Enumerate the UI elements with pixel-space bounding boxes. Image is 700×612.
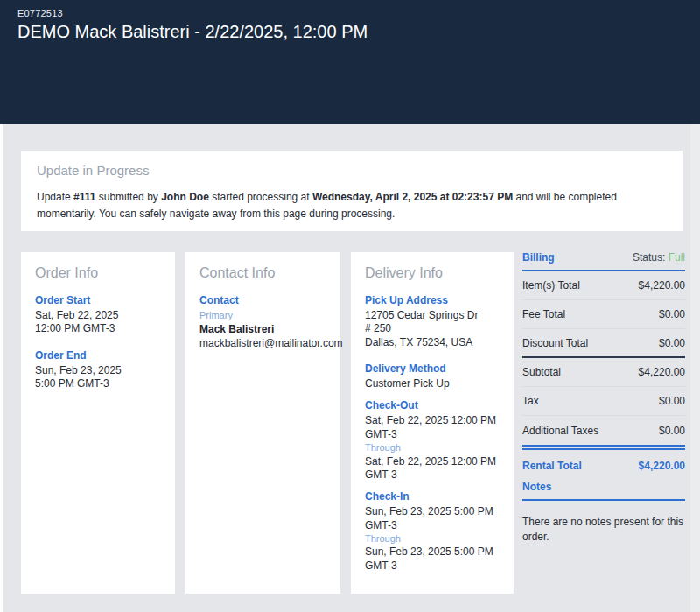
billing-row-fee-total: Fee Total $0.00 <box>522 300 685 329</box>
contact-email: mackbalistreri@mailinator.com <box>200 337 326 350</box>
billing-row-value: $0.00 <box>659 308 685 320</box>
check-in-label: Check-In <box>365 490 500 503</box>
billing-row-label: Additional Taxes <box>522 425 598 437</box>
check-in-through-label: Through <box>365 532 500 545</box>
update-in-progress-panel: Update in Progress Update #111 submitted… <box>21 151 682 231</box>
contact-label: Contact <box>200 294 326 306</box>
order-end-label: Order End <box>35 349 161 362</box>
page-header: E0772513 DEMO Mack Balistreri - 2/22/202… <box>0 0 700 124</box>
delivery-method-value: Customer Pick Up <box>365 377 500 390</box>
notice-part: started processing at <box>212 191 309 203</box>
check-out-end: Sat, Feb 22, 2025 12:00 PM GMT-3 <box>365 455 500 482</box>
notes-panel: Notes There are no notes present for thi… <box>522 481 685 545</box>
delivery-method-label: Delivery Method <box>365 362 500 375</box>
page-title: DEMO Mack Balistreri - 2/22/2025, 12:00 … <box>18 22 682 42</box>
contact-info-card: Contact Info Contact Primary Mack Balist… <box>186 252 340 594</box>
billing-summary: Billing Status: Full Item(s) Total $4,22… <box>522 251 685 482</box>
status-label: Status: <box>633 251 665 264</box>
pickup-address-suite: # 250 <box>365 322 500 335</box>
check-in-end: Sun, Feb 23, 2025 5:00 PM GMT-3 <box>365 545 500 573</box>
billing-row-subtotal: Subtotal $4,220.00 <box>522 358 685 387</box>
update-panel-heading: Update in Progress <box>37 163 667 178</box>
billing-row-label: Discount Total <box>522 337 588 349</box>
page-left-edge <box>0 124 3 612</box>
order-end-time: 5:00 PM GMT-3 <box>35 377 161 390</box>
order-start-time: 12:00 PM GMT-3 <box>35 322 161 335</box>
check-out-start: Sat, Feb 22, 2025 12:00 PM GMT-3 <box>365 414 500 441</box>
billing-row-additional-taxes: Additional Taxes $0.00 <box>522 416 685 445</box>
contact-type-label: Primary <box>200 309 326 322</box>
order-start-date: Sat, Feb 22, 2025 <box>35 309 161 322</box>
check-out-through-label: Through <box>365 441 500 454</box>
notice-update-number: #111 <box>74 191 95 203</box>
billing-row-tax: Tax $0.00 <box>522 387 685 416</box>
scrollbar-track[interactable] <box>690 124 700 612</box>
billing-row-label: Subtotal <box>522 366 561 378</box>
rental-total-row: Rental Total $4,220.00 <box>522 450 685 482</box>
status-badge: Full <box>668 251 685 264</box>
check-out-label: Check-Out <box>365 399 500 412</box>
billing-status: Status: Full <box>633 251 685 264</box>
notes-heading: Notes <box>522 481 685 501</box>
pickup-address-label: Pick Up Address <box>365 294 500 306</box>
pickup-address-city: Dallas, TX 75234, USA <box>365 336 500 349</box>
delivery-info-heading: Delivery Info <box>365 265 500 281</box>
order-start-label: Order Start <box>35 294 161 306</box>
billing-row-value: $4,220.00 <box>639 279 685 292</box>
billing-row-value: $4,220.00 <box>639 366 685 378</box>
billing-header: Billing Status: Full <box>522 251 685 271</box>
billing-heading: Billing <box>522 251 555 264</box>
billing-row-label: Fee Total <box>522 308 565 320</box>
rental-total-label: Rental Total <box>522 460 582 472</box>
contact-info-heading: Contact Info <box>200 265 326 281</box>
order-end-date: Sun, Feb 23, 2025 <box>35 364 161 377</box>
notice-timestamp: Wednesday, April 2, 2025 at 02:23:57 PM <box>312 191 513 203</box>
billing-row-value: $0.00 <box>659 425 685 437</box>
billing-row-value: $0.00 <box>659 337 685 349</box>
billing-row-label: Tax <box>522 395 539 407</box>
order-number: E0772513 <box>18 8 682 18</box>
notes-empty-message: There are no notes present for this orde… <box>522 515 685 545</box>
notice-part: submitted by <box>99 191 158 203</box>
pickup-address-street: 12705 Cedar Springs Dr <box>365 309 500 322</box>
billing-row-discount-total: Discount Total $0.00 <box>522 329 685 358</box>
billing-row-label: Item(s) Total <box>522 279 580 292</box>
notice-submitter-name: John Doe <box>161 191 209 203</box>
rental-total-value: $4,220.00 <box>639 460 685 472</box>
update-notice-text: Update #111 submitted by John Doe starte… <box>37 189 667 222</box>
order-info-card: Order Info Order Start Sat, Feb 22, 2025… <box>21 252 175 594</box>
contact-name: Mack Balistreri <box>200 322 326 336</box>
delivery-info-card: Delivery Info Pick Up Address 12705 Ceda… <box>351 252 514 594</box>
check-in-start: Sun, Feb 23, 2025 5:00 PM GMT-3 <box>365 505 500 532</box>
order-info-heading: Order Info <box>35 265 161 281</box>
notice-part: Update <box>37 191 71 203</box>
billing-row-value: $0.00 <box>659 395 685 407</box>
billing-row-items-total: Item(s) Total $4,220.00 <box>522 271 685 300</box>
